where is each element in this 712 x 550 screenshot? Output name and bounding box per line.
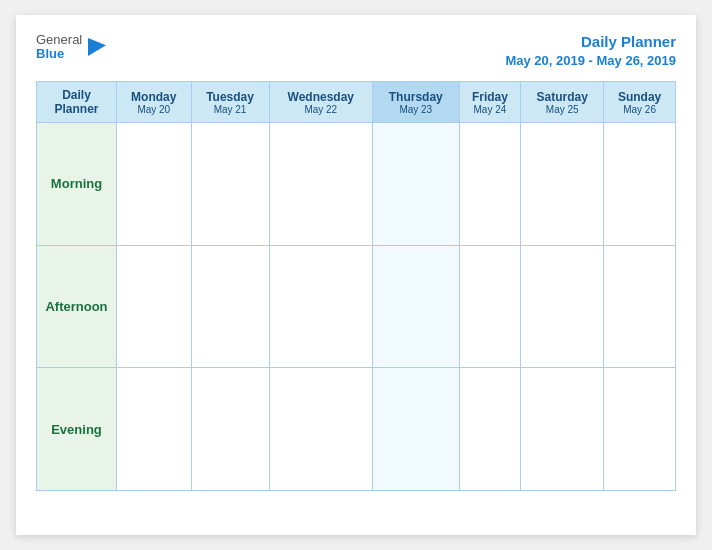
- row-label-evening: Evening: [37, 368, 117, 491]
- cell-morning-thursday[interactable]: [373, 123, 459, 246]
- row-label-morning: Morning: [37, 123, 117, 246]
- col-header-wednesday: Wednesday May 22: [269, 82, 373, 123]
- col-header-saturday: Saturday May 25: [521, 82, 604, 123]
- calendar-header-row: Daily Planner Monday May 20 Tuesday May …: [37, 82, 676, 123]
- page: General Blue Daily Planner May 20, 2019 …: [16, 15, 696, 535]
- cell-morning-sunday[interactable]: [604, 123, 676, 246]
- row-evening: Evening: [37, 368, 676, 491]
- cell-evening-monday[interactable]: [117, 368, 192, 491]
- cell-evening-wednesday[interactable]: [269, 368, 373, 491]
- col-header-friday: Friday May 24: [459, 82, 521, 123]
- cell-evening-tuesday[interactable]: [191, 368, 269, 491]
- logo-blue: Blue: [36, 47, 82, 61]
- logo: General Blue: [36, 33, 106, 62]
- cell-afternoon-sunday[interactable]: [604, 245, 676, 368]
- calendar-table: Daily Planner Monday May 20 Tuesday May …: [36, 81, 676, 491]
- col-header-sunday: Sunday May 26: [604, 82, 676, 123]
- cell-morning-monday[interactable]: [117, 123, 192, 246]
- title-block: Daily Planner May 20, 2019 - May 26, 201…: [505, 33, 676, 69]
- cell-afternoon-wednesday[interactable]: [269, 245, 373, 368]
- cell-afternoon-tuesday[interactable]: [191, 245, 269, 368]
- cell-evening-friday[interactable]: [459, 368, 521, 491]
- svg-marker-0: [88, 38, 106, 56]
- logo-icon: [88, 38, 106, 56]
- cell-afternoon-thursday[interactable]: [373, 245, 459, 368]
- cell-afternoon-saturday[interactable]: [521, 245, 604, 368]
- col-header-thursday: Thursday May 23: [373, 82, 459, 123]
- planner-subtitle: May 20, 2019 - May 26, 2019: [505, 53, 676, 68]
- logo-general: General: [36, 33, 82, 47]
- col-header-monday: Monday May 20: [117, 82, 192, 123]
- cell-afternoon-friday[interactable]: [459, 245, 521, 368]
- cell-evening-sunday[interactable]: [604, 368, 676, 491]
- row-afternoon: Afternoon: [37, 245, 676, 368]
- cell-morning-tuesday[interactable]: [191, 123, 269, 246]
- row-morning: Morning: [37, 123, 676, 246]
- cell-morning-wednesday[interactable]: [269, 123, 373, 246]
- cell-afternoon-monday[interactable]: [117, 245, 192, 368]
- planner-title: Daily Planner: [581, 33, 676, 50]
- col-header-tuesday: Tuesday May 21: [191, 82, 269, 123]
- col-header-label: Daily Planner: [37, 82, 117, 123]
- row-label-afternoon: Afternoon: [37, 245, 117, 368]
- cell-evening-thursday[interactable]: [373, 368, 459, 491]
- cell-morning-saturday[interactable]: [521, 123, 604, 246]
- cell-evening-saturday[interactable]: [521, 368, 604, 491]
- cell-morning-friday[interactable]: [459, 123, 521, 246]
- header: General Blue Daily Planner May 20, 2019 …: [36, 33, 676, 69]
